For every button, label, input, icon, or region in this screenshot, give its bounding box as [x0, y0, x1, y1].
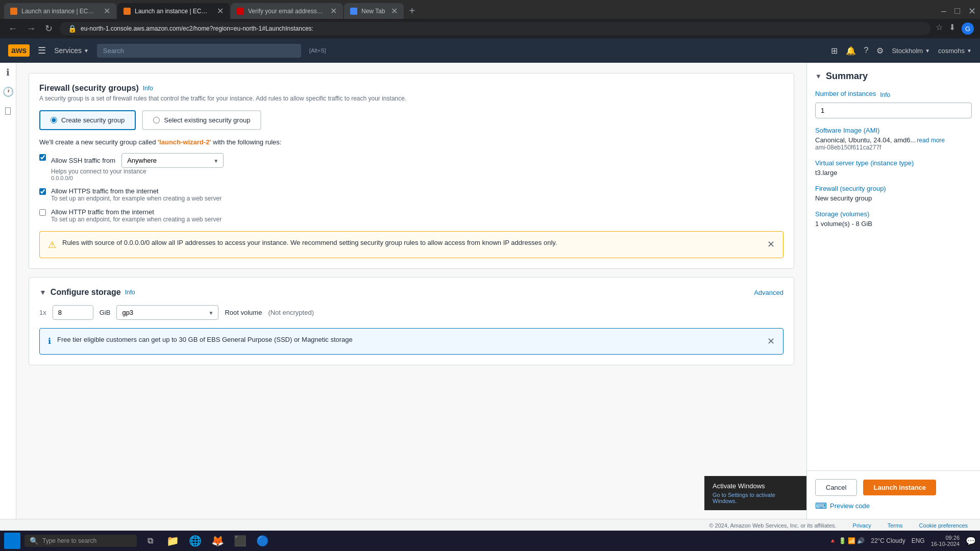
- browser-chrome: Launch an instance | EC2 | eu-n... ✕ Lau…: [0, 0, 980, 38]
- warning-close-button[interactable]: ✕: [767, 239, 775, 250]
- tab-close-4[interactable]: ✕: [391, 6, 398, 16]
- tab-close-3[interactable]: ✕: [330, 6, 337, 16]
- new-sg-suffix: with the following rules:: [211, 138, 281, 146]
- settings-icon[interactable]: ⚙: [876, 46, 884, 56]
- create-sg-radio[interactable]: [51, 117, 57, 123]
- chrome-app[interactable]: 🌐: [186, 532, 204, 544]
- volume-type-dropdown[interactable]: gp3 gp2 io1: [116, 305, 218, 320]
- weather-temp: 22°C Cloudy: [871, 537, 905, 544]
- taskbar-search-icon: 🔍: [30, 537, 38, 544]
- language-indicator: ENG: [912, 537, 925, 544]
- user-menu[interactable]: cosmohs ▼: [938, 47, 972, 55]
- close-window-button[interactable]: ✕: [968, 6, 976, 17]
- existing-sg-radio[interactable]: [153, 117, 160, 123]
- new-sg-prefix: We'll create a new security group called: [39, 138, 158, 146]
- https-checkbox[interactable]: [39, 188, 46, 195]
- storage-collapse-icon[interactable]: ▼: [39, 288, 46, 296]
- cancel-button[interactable]: Cancel: [815, 479, 857, 496]
- warning-box: ⚠ Rules with source of 0.0.0.0/0 allow a…: [39, 231, 783, 258]
- sidebar-info-icon[interactable]: ℹ: [6, 67, 10, 78]
- aws-logo[interactable]: aws: [8, 44, 30, 57]
- existing-sg-option[interactable]: Select existing security group: [142, 110, 261, 130]
- file-explorer-app[interactable]: 📁: [163, 532, 182, 544]
- powershell-app[interactable]: 🔵: [253, 532, 272, 544]
- address-bar[interactable]: 🔒 eu-north-1.console.aws.amazon.com/ec2/…: [60, 22, 930, 35]
- sidebar-icons: ℹ 🕐 ⎕: [0, 63, 16, 519]
- ssh-checkbox[interactable]: [39, 154, 46, 161]
- privacy-link[interactable]: Privacy: [853, 522, 871, 529]
- browser-tab-4[interactable]: New Tab ✕: [344, 3, 404, 19]
- minimize-button[interactable]: –: [941, 6, 946, 17]
- activate-windows-link[interactable]: Go to Settings to activate Windows.: [713, 492, 798, 504]
- create-sg-option[interactable]: Create security group: [39, 110, 136, 130]
- storage-title: Configure storage: [51, 288, 121, 297]
- taskbar-search-input[interactable]: [42, 537, 132, 544]
- tab-title-4: New Tab: [361, 8, 385, 15]
- http-checkbox[interactable]: [39, 209, 46, 216]
- profile-icon[interactable]: G: [962, 22, 974, 35]
- ssh-source-dropdown[interactable]: Anywhere My IP Custom: [121, 153, 224, 168]
- instance-type-label[interactable]: Virtual server type (instance type): [815, 159, 970, 167]
- region-label: Stockholm: [892, 47, 923, 55]
- sidebar-terminal-icon[interactable]: ⎕: [5, 106, 11, 116]
- system-tray-icons: 🔺 🔋 📶 🔊: [829, 537, 865, 544]
- tab-close-2[interactable]: ✕: [217, 6, 224, 16]
- aws-nav-right: ⊞ 🔔 ? ⚙ Stockholm ▼ cosmohs ▼: [831, 46, 972, 56]
- security-group-options: Create security group Select existing se…: [39, 110, 783, 130]
- powershell-icon: 🔵: [256, 535, 269, 544]
- preview-code-button[interactable]: ⌨ Preview code: [815, 501, 972, 511]
- start-button[interactable]: ⊞: [4, 533, 20, 544]
- storage-gib-label: GiB: [100, 309, 111, 316]
- terminal-app[interactable]: ⬛: [231, 532, 249, 544]
- firewall-info-link[interactable]: Info: [143, 85, 153, 92]
- ami-read-more-link[interactable]: read more: [917, 137, 945, 144]
- folder-icon: 📁: [166, 535, 179, 544]
- maximize-button[interactable]: □: [954, 6, 960, 17]
- notification-icon[interactable]: 💬: [966, 536, 976, 545]
- forward-button[interactable]: →: [24, 22, 38, 35]
- storage-info-link[interactable]: Info: [125, 289, 135, 296]
- summary-title: Summary: [826, 71, 868, 82]
- instances-input[interactable]: [815, 103, 972, 118]
- free-tier-storage-close[interactable]: ✕: [767, 336, 775, 347]
- launch-instance-button[interactable]: Launch instance: [863, 480, 936, 495]
- ssl-lock-icon: 🔒: [68, 24, 77, 33]
- services-menu[interactable]: Services ▼: [54, 46, 89, 55]
- taskbar-search-container[interactable]: 🔍: [24, 535, 137, 544]
- browser-tab-3[interactable]: Verify your email address - cos... ✕: [231, 3, 343, 19]
- bookmark-icon[interactable]: ☆: [936, 22, 943, 35]
- ami-label[interactable]: Software Image (AMI): [815, 127, 970, 134]
- sidebar-history-icon[interactable]: 🕐: [3, 86, 14, 97]
- terms-link[interactable]: Terms: [888, 522, 903, 529]
- hamburger-icon[interactable]: ☰: [38, 45, 46, 56]
- instances-info-link[interactable]: Info: [880, 91, 890, 98]
- summary-collapse-icon[interactable]: ▼: [815, 72, 822, 80]
- window-controls: – □ ✕: [941, 6, 976, 17]
- bell-icon[interactable]: 🔔: [846, 46, 856, 56]
- tab-close-1[interactable]: ✕: [104, 6, 110, 16]
- firewall-summary-label[interactable]: Firewall (security group): [815, 185, 970, 192]
- reload-button[interactable]: ↻: [43, 22, 55, 35]
- storage-advanced-link[interactable]: Advanced: [754, 289, 783, 296]
- task-view-button[interactable]: ⧉: [141, 532, 159, 544]
- tab-bar: Launch an instance | EC2 | eu-n... ✕ Lau…: [0, 0, 980, 19]
- back-button[interactable]: ←: [6, 22, 19, 35]
- summary-scroll-area: Software Image (AMI) Canonical, Ubuntu, …: [815, 127, 972, 229]
- browser-tab-2[interactable]: Launch an instance | EC2 | eu-n... ✕: [117, 3, 230, 19]
- help-icon[interactable]: ?: [864, 46, 869, 55]
- https-label-group: Allow HTTPS traffic from the internet To…: [51, 187, 222, 202]
- cookie-preferences-link[interactable]: Cookie preferences: [919, 522, 968, 529]
- download-icon[interactable]: ⬇: [949, 22, 955, 35]
- storage-summary-value: 1 volume(s) - 8 GiB: [815, 220, 970, 228]
- storage-gib-input[interactable]: [53, 305, 93, 320]
- region-selector[interactable]: Stockholm ▼: [892, 47, 930, 55]
- browser-tab-1[interactable]: Launch an instance | EC2 | eu-n... ✕: [4, 3, 116, 19]
- firefox-app[interactable]: 🦊: [208, 532, 227, 544]
- storage-summary-label[interactable]: Storage (volumes): [815, 210, 970, 218]
- ssh-label-group: Allow SSH traffic from Anywhere My IP Cu…: [51, 153, 224, 181]
- instances-label[interactable]: Number of instances: [815, 90, 876, 97]
- new-tab-button[interactable]: +: [405, 5, 419, 17]
- aws-search-input[interactable]: [97, 44, 301, 58]
- cloud9-icon[interactable]: ⊞: [831, 46, 838, 56]
- summary-content: ▼ Summary Number of instances Info Softw…: [807, 63, 980, 470]
